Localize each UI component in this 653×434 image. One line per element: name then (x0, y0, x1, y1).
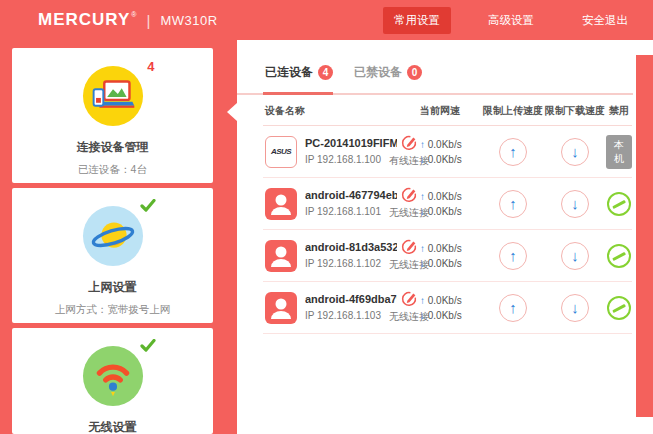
edit-name-icon[interactable] (401, 291, 417, 307)
sidebar-card-subtitle: 上网方式：宽带拨号上网 (55, 303, 171, 317)
col-upload-limit: 限制上传速度 (482, 104, 544, 118)
device-name: android-81d3a532589 (305, 241, 397, 253)
col-current-speed: 当前网速 (420, 104, 482, 118)
limit-up-icon: ↑ (509, 299, 517, 316)
device-ip: IP 192.168.1.103 (305, 310, 381, 324)
limit-down-icon: ↓ (571, 143, 579, 160)
nav-common-settings[interactable]: 常用设置 (383, 7, 451, 34)
limit-upload-button[interactable]: ↑ (499, 242, 527, 270)
limit-download-button[interactable]: ↓ (561, 242, 589, 270)
router-model: MW310R (160, 13, 217, 28)
device-ip: IP 192.168.1.101 (305, 206, 381, 220)
limit-down-icon: ↓ (571, 247, 579, 264)
device-tabs: 已连设备 4 已禁设备 0 (263, 40, 632, 93)
wifi-icon (82, 345, 144, 407)
brand-name: MERCURY (38, 10, 130, 30)
brand-divider: | (147, 12, 151, 29)
upload-arrow-icon: ↑ (420, 191, 425, 202)
top-nav: 常用设置 高级设置 安全退出 (383, 7, 639, 34)
devices-icon (82, 65, 144, 127)
device-row: android-81d3a532589 IP 192.168.1.102 无线连… (263, 230, 632, 282)
tab-label: 已禁设备 (354, 64, 402, 81)
device-ip: IP 192.168.1.102 (305, 258, 381, 272)
limit-upload-button[interactable]: ↑ (499, 190, 527, 218)
ban-device-button[interactable] (607, 296, 631, 320)
sidebar-card-internet-settings[interactable]: 上网设置 上网方式：宽带拨号上网 (12, 188, 213, 323)
table-header: 设备名称 当前网速 限制上传速度 限制下载速度 禁用 (263, 95, 632, 126)
limit-up-icon: ↑ (509, 195, 517, 212)
limit-upload-button[interactable]: ↑ (499, 294, 527, 322)
sidebar-card-subtitle: 已连设备：4台 (78, 163, 147, 177)
download-arrow-icon: ↓ (420, 206, 425, 217)
upload-arrow-icon: ↑ (420, 295, 425, 306)
limit-down-icon: ↓ (571, 195, 579, 212)
tab-count-badge: 0 (407, 65, 422, 80)
limit-download-button[interactable]: ↓ (561, 138, 589, 166)
download-arrow-icon: ↓ (420, 258, 425, 269)
tab-divider (237, 93, 653, 95)
main-content: 已连设备 4 已禁设备 0 设备名称 当前网速 限制上传速度 限制下载速度 禁用… (237, 40, 653, 434)
device-name: android-467794eb0a6 (305, 189, 397, 201)
download-speed: 0.0Kb/s (428, 154, 462, 165)
tab-banned-devices[interactable]: 已禁设备 0 (354, 64, 422, 81)
sidebar: 4 连接设备管理 已连设备：4台 上网设置 上 (0, 40, 237, 434)
registered-mark: ® (131, 11, 136, 18)
sidebar-card-device-management[interactable]: 4 连接设备管理 已连设备：4台 (12, 48, 213, 183)
asus-logo: ASUS (265, 136, 297, 168)
col-download-limit: 限制下载速度 (544, 104, 606, 118)
edit-name-icon[interactable] (401, 239, 417, 255)
scrollbar-track (633, 40, 653, 434)
nav-advanced-settings[interactable]: 高级设置 (477, 7, 545, 34)
upload-speed: 0.0Kb/s (428, 191, 462, 202)
upload-arrow-icon: ↑ (420, 243, 425, 254)
person-avatar-icon (265, 292, 297, 324)
host-device-badge: 本机 (606, 135, 632, 169)
upload-speed: 0.0Kb/s (428, 139, 462, 150)
device-row: ASUS PC-20141019FIFM... IP 192.168.1.100… (263, 126, 632, 178)
person-avatar-icon (265, 188, 297, 220)
col-ban: 禁用 (606, 104, 632, 118)
person-avatar-icon (265, 240, 297, 272)
download-speed: 0.0Kb/s (428, 258, 462, 269)
download-speed: 0.0Kb/s (428, 310, 462, 321)
download-speed: 0.0Kb/s (428, 206, 462, 217)
sidebar-card-title: 无线设置 (89, 419, 137, 434)
upload-arrow-icon: ↑ (420, 139, 425, 150)
device-count-badge: 4 (147, 59, 154, 74)
check-icon (140, 199, 156, 213)
active-tab-underline (263, 92, 333, 95)
tab-label: 已连设备 (265, 64, 313, 81)
limit-upload-button[interactable]: ↑ (499, 138, 527, 166)
nav-logout[interactable]: 安全退出 (571, 7, 639, 34)
sidebar-card-wireless-settings[interactable]: 无线设置 (12, 328, 213, 434)
tab-connected-devices[interactable]: 已连设备 4 (265, 64, 333, 81)
upload-speed: 0.0Kb/s (428, 295, 462, 306)
check-icon (140, 339, 156, 353)
col-device-name: 设备名称 (265, 104, 420, 118)
ban-device-button[interactable] (607, 244, 631, 268)
edit-name-icon[interactable] (401, 135, 417, 151)
device-name: android-4f69dba7980 (305, 293, 397, 305)
device-row: android-4f69dba7980 IP 192.168.1.103 无线连… (263, 282, 632, 334)
limit-download-button[interactable]: ↓ (561, 294, 589, 322)
edit-name-icon[interactable] (401, 187, 417, 203)
ban-device-button[interactable] (607, 192, 631, 216)
upload-speed: 0.0Kb/s (428, 243, 462, 254)
planet-icon (82, 205, 144, 267)
tab-count-badge: 4 (318, 65, 333, 80)
app-header: MERCURY ® | MW310R 常用设置 高级设置 安全退出 (0, 0, 653, 40)
limit-down-icon: ↓ (571, 299, 579, 316)
device-row: android-467794eb0a6 IP 192.168.1.101 无线连… (263, 178, 632, 230)
sidebar-card-title: 上网设置 (89, 279, 137, 296)
limit-up-icon: ↑ (509, 247, 517, 264)
scrollbar-thumb[interactable] (636, 55, 653, 417)
device-name: PC-20141019FIFM... (305, 137, 397, 149)
brand-logo: MERCURY ® | MW310R (38, 10, 218, 30)
selected-card-pointer (227, 103, 237, 121)
download-arrow-icon: ↓ (420, 310, 425, 321)
download-arrow-icon: ↓ (420, 154, 425, 165)
limit-download-button[interactable]: ↓ (561, 190, 589, 218)
sidebar-card-title: 连接设备管理 (77, 139, 149, 156)
limit-up-icon: ↑ (509, 143, 517, 160)
page-body: 4 连接设备管理 已连设备：4台 上网设置 上 (0, 40, 653, 434)
